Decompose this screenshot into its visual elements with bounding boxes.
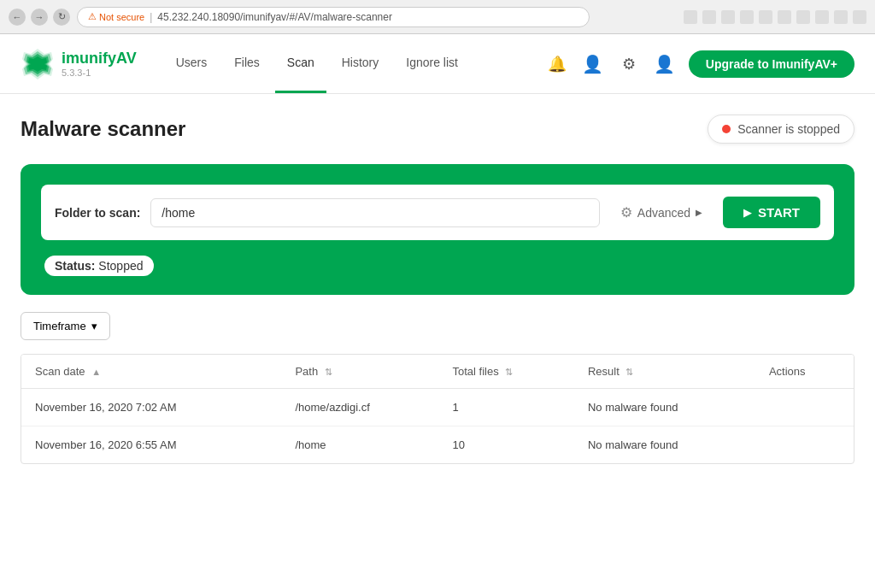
table-row: November 16, 2020 6:55 AM/home10No malwa… — [21, 426, 854, 464]
scan-status-text: Status: Stopped — [44, 256, 154, 276]
sort-icon-scan-date: ▲ — [91, 367, 101, 377]
cell-total-files: 1 — [439, 389, 574, 426]
col-path[interactable]: Path ⇅ — [281, 355, 438, 389]
bell-icon: 🔔 — [548, 55, 567, 74]
scan-card: Folder to scan: ⚙ Advanced ▶ ▶ START Sta… — [21, 164, 854, 295]
cell-actions — [755, 426, 854, 464]
start-label: START — [758, 205, 800, 220]
main-content: Malware scanner Scanner is stopped Folde… — [0, 94, 875, 485]
favicon7 — [796, 10, 810, 24]
logo-icon — [21, 47, 55, 81]
scan-history-table: Scan date ▲ Path ⇅ Total files ⇅ Resul — [21, 354, 854, 464]
favicon4 — [740, 10, 754, 24]
sort-icon-path: ⇅ — [325, 367, 332, 378]
scanner-status-badge: Scanner is stopped — [708, 115, 854, 144]
security-warning: ⚠ Not secure — [88, 11, 144, 22]
table-header-row: Scan date ▲ Path ⇅ Total files ⇅ Resul — [21, 355, 854, 389]
nav-item-files[interactable]: Files — [222, 34, 272, 93]
upgrade-button[interactable]: Upgrade to ImunifyAV+ — [689, 50, 854, 78]
user-icon: 👤 — [582, 54, 603, 74]
table-body: November 16, 2020 7:02 AM/home/azdigi.cf… — [21, 389, 854, 464]
page-header: Malware scanner Scanner is stopped — [21, 115, 854, 144]
scanner-status-text: Scanner is stopped — [737, 122, 840, 136]
url-text: 45.232.240.18090/imunifyav/#/AV/malware-… — [157, 11, 392, 23]
nav-item-ignore-list[interactable]: Ignore list — [394, 34, 470, 93]
cell-result: No malware found — [574, 426, 755, 464]
favicon9 — [834, 10, 848, 24]
gear-icon: ⚙ — [622, 55, 636, 74]
app-container: imunifyAV 5.3.3-1 Users Files Scan Histo… — [0, 34, 875, 588]
logo-version: 5.3.3-1 — [62, 68, 137, 78]
scan-controls: Folder to scan: ⚙ Advanced ▶ ▶ START — [41, 185, 834, 240]
account-button[interactable]: 👤 — [653, 52, 677, 76]
advanced-chevron-icon: ▶ — [696, 208, 702, 217]
address-bar[interactable]: ⚠ Not secure | 45.232.240.18090/imunifya… — [77, 7, 590, 27]
advanced-label: Advanced — [637, 206, 690, 220]
table-row: November 16, 2020 7:02 AM/home/azdigi.cf… — [21, 389, 854, 426]
favicon8 — [815, 10, 829, 24]
cell-actions — [755, 389, 854, 426]
header: imunifyAV 5.3.3-1 Users Files Scan Histo… — [0, 34, 875, 94]
logo-text: imunifyAV 5.3.3-1 — [62, 50, 137, 78]
browser-chrome: ← → ↻ ⚠ Not secure | 45.232.240.18090/im… — [0, 0, 875, 34]
favicon — [684, 10, 697, 24]
folder-input[interactable] — [150, 198, 599, 227]
advanced-button[interactable]: ⚙ Advanced ▶ — [610, 197, 713, 227]
timeframe-button[interactable]: Timeframe ▾ — [21, 312, 110, 340]
svg-marker-3 — [28, 56, 47, 72]
col-total-files[interactable]: Total files ⇅ — [439, 355, 574, 389]
settings-button[interactable]: ⚙ — [617, 52, 641, 76]
favicon3 — [721, 10, 735, 24]
refresh-button[interactable]: ↻ — [53, 9, 70, 26]
nav-item-scan[interactable]: Scan — [275, 34, 326, 93]
favicon6 — [778, 10, 791, 24]
forward-button[interactable]: → — [31, 9, 48, 26]
cell-path: /home — [281, 426, 438, 464]
timeframe-label: Timeframe — [33, 320, 86, 332]
favicon10 — [853, 10, 866, 24]
browser-controls: ← → ↻ — [9, 9, 70, 26]
favicon5 — [759, 10, 772, 24]
start-button[interactable]: ▶ START — [723, 197, 820, 228]
sort-icon-total-files: ⇅ — [505, 367, 513, 378]
notifications-button[interactable]: 🔔 — [545, 52, 569, 76]
col-scan-date[interactable]: Scan date ▲ — [21, 355, 281, 389]
back-button[interactable]: ← — [9, 9, 26, 26]
cell-result: No malware found — [574, 389, 755, 426]
logo-name: imunifyAV — [62, 50, 137, 68]
table-head: Scan date ▲ Path ⇅ Total files ⇅ Resul — [21, 355, 854, 389]
page-title: Malware scanner — [21, 117, 185, 141]
header-actions: 🔔 👤 ⚙ 👤 Upgrade to ImunifyAV+ — [545, 50, 854, 78]
col-result[interactable]: Result ⇅ — [574, 355, 755, 389]
main-nav: Users Files Scan History Ignore list — [164, 34, 470, 93]
advanced-gear-icon: ⚙ — [620, 204, 632, 220]
sort-icon-result: ⇅ — [625, 367, 633, 378]
table: Scan date ▲ Path ⇅ Total files ⇅ Resul — [21, 355, 854, 463]
play-icon: ▶ — [743, 207, 751, 219]
nav-item-users[interactable]: Users — [164, 34, 220, 93]
cell-total-files: 10 — [439, 426, 574, 464]
col-actions: Actions — [755, 355, 854, 389]
timeframe-chevron-icon: ▾ — [91, 320, 97, 332]
logo-area: imunifyAV 5.3.3-1 — [21, 47, 137, 81]
favicon2 — [702, 10, 716, 24]
scan-status-row: Status: Stopped — [41, 254, 834, 278]
browser-actions — [684, 10, 866, 24]
cell-scan-date: November 16, 2020 6:55 AM — [21, 426, 281, 464]
status-dot-red — [722, 125, 731, 133]
account-icon: 👤 — [654, 54, 675, 74]
folder-label: Folder to scan: — [55, 206, 140, 220]
nav-item-history[interactable]: History — [330, 34, 391, 93]
cell-path: /home/azdigi.cf — [281, 389, 438, 426]
user-profile-button[interactable]: 👤 — [581, 52, 605, 76]
cell-scan-date: November 16, 2020 7:02 AM — [21, 389, 281, 426]
